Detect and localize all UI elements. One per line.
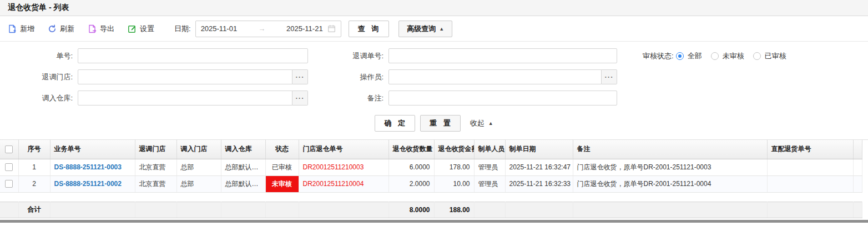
date-start-value[interactable]: 2025-11-01: [201, 24, 238, 33]
cell-created-at: 2025-11-21 16:32:47: [505, 159, 573, 175]
cell-created-at: 2025-11-21 16:32:33: [505, 175, 573, 192]
audit-radio-all[interactable]: 全部: [676, 51, 702, 61]
cell-direct-return-no: [767, 175, 853, 192]
confirm-button[interactable]: 确 定: [375, 115, 415, 132]
filter-audit-status: 审核状态: 全部 未审核 已审核: [617, 51, 868, 61]
return-order-no-input[interactable]: [388, 48, 617, 63]
settings-button-label: 设置: [140, 24, 154, 34]
col-amount: 退仓收货金额: [434, 140, 474, 159]
filter-return-store: 退调门店: ···: [0, 69, 308, 84]
grid-empty-space: [0, 193, 868, 202]
cell-remark: 门店退仓收货，原单号DR-2001-251121-0003: [573, 159, 767, 175]
pencil-square-icon: [128, 24, 137, 33]
select-all-checkbox[interactable]: [5, 145, 13, 153]
return-store-label: 退调门店:: [0, 72, 78, 82]
col-status: 状态: [265, 140, 299, 159]
filter-return-order-no: 退调单号:: [308, 48, 617, 63]
cell-in-store: 总部: [176, 159, 221, 175]
return-order-no-label: 退调单号:: [308, 51, 388, 61]
cell-creator: 管理员: [474, 159, 505, 175]
radio-selected-icon: [676, 52, 684, 60]
horizontal-scrollbar[interactable]: [0, 220, 868, 223]
col-seq: 序号: [18, 140, 50, 159]
export-button-label: 导出: [100, 24, 114, 34]
chevron-up-icon: ▲: [439, 26, 444, 32]
in-warehouse-input[interactable]: [78, 91, 292, 106]
toolbar: 新增 刷新 导出 设置 日期: 2025-11: [0, 16, 868, 42]
totals-row: 合计 8.0000 188.00: [0, 202, 862, 218]
col-remark: 备注: [573, 140, 767, 159]
page-title: 退仓收货单 - 列表: [8, 3, 69, 13]
cell-in-store: 总部: [176, 175, 221, 192]
operator-input[interactable]: [388, 69, 602, 84]
col-biz-no: 业务单号: [50, 140, 135, 159]
in-warehouse-lookup-button[interactable]: ···: [292, 91, 308, 106]
total-amount: 188.00: [434, 202, 474, 218]
cell-store-return-no: DR20012511210004: [299, 175, 388, 192]
return-store-input[interactable]: [78, 69, 292, 84]
date-range-arrow-icon: →: [237, 24, 286, 33]
filter-row-3: 调入仓库: ··· 备注:: [0, 91, 868, 106]
cell-amount: 10.00: [434, 175, 474, 192]
table-row[interactable]: 2 DS-8888-251121-0002 北京直营 总部 总部默认… 未审核 …: [0, 175, 862, 192]
return-store-lookup-button[interactable]: ···: [292, 69, 308, 84]
filter-actions: 确 定 重 置 收起 ▲: [0, 112, 868, 139]
refresh-icon: [48, 24, 57, 33]
filter-row-2: 退调门店: ··· 操作员: ···: [0, 69, 868, 84]
col-direct-return-no: 直配退货单号: [767, 140, 853, 159]
col-in-store: 调入门店: [176, 140, 221, 159]
reset-button[interactable]: 重 置: [420, 115, 461, 132]
col-qty: 退仓收货数量: [388, 140, 434, 159]
cell-qty: 2.0000: [388, 175, 434, 192]
operator-lookup-button[interactable]: ···: [602, 69, 617, 84]
total-label: 合计: [18, 202, 50, 218]
cell-creator: 管理员: [474, 175, 505, 192]
cell-in-warehouse: 总部默认…: [221, 175, 265, 192]
cell-return-store: 北京直营: [135, 159, 176, 175]
radio-unselected-icon: [711, 52, 719, 60]
filter-row-1: 单号: 退调单号: 审核状态: 全部 未审核: [0, 48, 868, 63]
new-button[interactable]: 新增: [8, 24, 34, 34]
table-header-row: 序号 业务单号 退调门店 调入门店 调入仓库 状态 门店退仓单号 退仓收货数量 …: [0, 140, 862, 159]
cell-store-return-no: DR20012511210003: [299, 159, 388, 175]
radio-unselected-icon: [753, 52, 761, 60]
query-button[interactable]: 查 询: [349, 21, 390, 37]
cell-direct-return-no: [767, 159, 853, 175]
cell-in-warehouse: 总部默认…: [221, 159, 265, 175]
cell-seq: 2: [18, 175, 50, 192]
collapse-label: 收起: [470, 118, 485, 128]
settings-button[interactable]: 设置: [128, 24, 154, 34]
advanced-filter-panel: 单号: 退调单号: 审核状态: 全部 未审核: [0, 42, 868, 139]
order-no-input[interactable]: [78, 48, 308, 63]
title-bar: 退仓收货单 - 列表: [0, 0, 868, 16]
cell-amount: 178.00: [434, 159, 474, 175]
file-export-icon: [88, 24, 97, 33]
filter-in-warehouse: 调入仓库: ···: [0, 91, 308, 106]
remark-input[interactable]: [388, 91, 617, 106]
export-button[interactable]: 导出: [88, 24, 114, 34]
total-qty: 8.0000: [388, 202, 434, 218]
col-in-warehouse: 调入仓库: [221, 140, 265, 159]
row-checkbox[interactable]: [5, 163, 13, 171]
col-store-return-no: 门店退仓单号: [299, 140, 388, 159]
audit-radio-approved[interactable]: 已审核: [753, 51, 786, 61]
audit-status-label: 审核状态:: [643, 51, 674, 61]
col-created-at: 制单日期: [505, 140, 573, 159]
row-checkbox[interactable]: [5, 180, 13, 188]
cell-spacer: [853, 159, 862, 175]
col-spacer: [853, 140, 862, 159]
cell-biz-no-link[interactable]: DS-8888-251121-0003: [50, 159, 135, 175]
advanced-query-button[interactable]: 高级查询 ▲: [398, 21, 452, 37]
refresh-button[interactable]: 刷新: [48, 24, 74, 34]
audit-radio-pending[interactable]: 未审核: [711, 51, 744, 61]
in-warehouse-label: 调入仓库:: [0, 93, 78, 103]
filter-remark: 备注:: [308, 91, 617, 106]
date-end-value[interactable]: 2025-11-21: [286, 24, 323, 33]
table-row[interactable]: 1 DS-8888-251121-0003 北京直营 总部 总部默认… 已审核 …: [0, 159, 862, 175]
calendar-icon: [327, 24, 336, 33]
cell-biz-no-link[interactable]: DS-8888-251121-0002: [50, 175, 135, 192]
collapse-toggle[interactable]: 收起 ▲: [470, 118, 493, 128]
results-table: 序号 业务单号 退调门店 调入门店 调入仓库 状态 门店退仓单号 退仓收货数量 …: [0, 140, 862, 193]
date-filter-label: 日期:: [174, 24, 191, 34]
date-range-picker[interactable]: 2025-11-01 → 2025-11-21: [195, 21, 341, 37]
